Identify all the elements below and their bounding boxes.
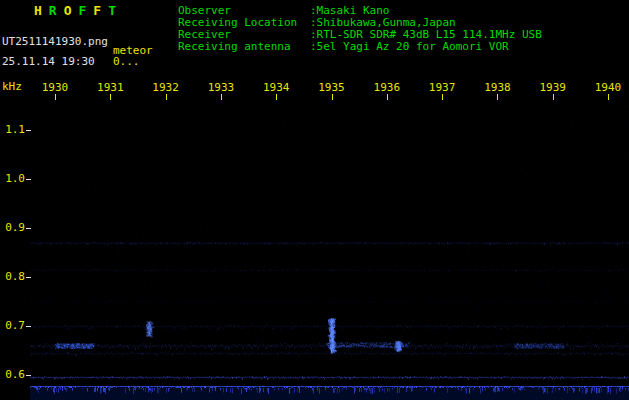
- hrofft-window: HROFFT UT2511141930.png meteor 25.11.14 …: [0, 0, 629, 400]
- output-filename: UT2511141930.png: [2, 36, 108, 48]
- datetime-label: 25.11.14 19:30: [2, 56, 95, 68]
- title-letter: T: [108, 3, 116, 18]
- freq-axis-tick: [26, 375, 31, 376]
- title-letter: O: [64, 3, 72, 18]
- time-axis-tick: [55, 94, 56, 100]
- time-axis-tick: [497, 94, 498, 100]
- info-label: Receiving antenna: [178, 41, 310, 53]
- freq-label: 0.7: [0, 320, 25, 332]
- time-axis-tick: [387, 94, 388, 100]
- time-axis-tick: [442, 94, 443, 100]
- time-label: 1938: [484, 82, 511, 94]
- time-axis-tick: [608, 94, 609, 100]
- time-label: 1933: [208, 82, 235, 94]
- time-axis-tick: [332, 94, 333, 100]
- app-title: HROFFT: [34, 5, 123, 17]
- title-letter: H: [34, 3, 42, 18]
- time-axis-tick: [276, 94, 277, 100]
- freq-axis-tick: [26, 179, 31, 180]
- freq-axis-unit: kHz: [2, 81, 22, 93]
- time-label: 1940: [595, 82, 622, 94]
- freq-label: 1.0: [0, 173, 25, 185]
- freq-label: 1.1: [0, 124, 25, 136]
- time-axis-tick: [110, 94, 111, 100]
- spectrogram-canvas: [30, 100, 629, 383]
- title-letter: R: [49, 3, 57, 18]
- time-label: 1931: [97, 82, 124, 94]
- title-letter: F: [78, 3, 86, 18]
- time-label: 1932: [152, 82, 179, 94]
- freq-axis-tick: [26, 277, 31, 278]
- info-row: Receiving antenna:5el Yagi Az 20 for Aom…: [178, 41, 509, 53]
- time-axis-tick: [166, 94, 167, 100]
- time-label: 1937: [429, 82, 456, 94]
- freq-axis-tick: [26, 130, 31, 131]
- info-value: :5el Yagi Az 20 for Aomori VOR: [310, 40, 509, 53]
- time-axis-tick: [221, 94, 222, 100]
- title-letter: F: [93, 3, 101, 18]
- time-axis-tick: [553, 94, 554, 100]
- freq-axis-tick: [26, 326, 31, 327]
- freq-label: 0.6: [0, 369, 25, 381]
- time-label: 1930: [42, 82, 69, 94]
- freq-label: 0.9: [0, 222, 25, 234]
- time-label: 1934: [263, 82, 290, 94]
- freq-label: 0.8: [0, 271, 25, 283]
- freq-axis-tick: [26, 228, 31, 229]
- time-label: 1936: [374, 82, 401, 94]
- progress-counter: 0...: [113, 56, 140, 68]
- time-label: 1939: [539, 82, 566, 94]
- signal-level-strip-canvas: [30, 386, 629, 400]
- time-label: 1935: [318, 82, 345, 94]
